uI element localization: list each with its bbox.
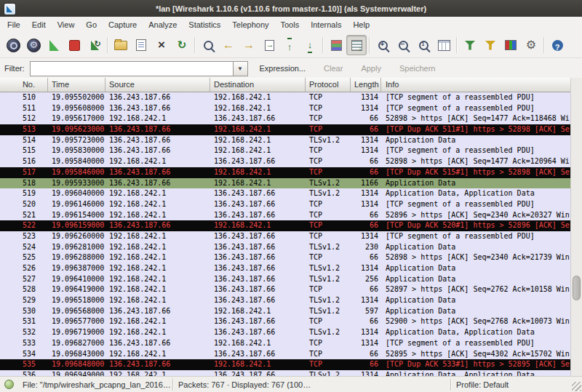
- packet-row[interactable]: 51119.095608000136.243.187.66192.168.242…: [0, 103, 571, 114]
- packet-row[interactable]: 52419.096281000192.168.242.1136.243.187.…: [0, 242, 571, 253]
- packet-row[interactable]: 52319.096260000192.168.242.1136.243.187.…: [0, 231, 571, 242]
- start-capture-button[interactable]: [44, 35, 64, 55]
- column-header-len[interactable]: Length: [351, 78, 381, 92]
- go-back-button[interactable]: [218, 35, 239, 55]
- packet-row[interactable]: 52119.096154000192.168.242.1136.243.187.…: [0, 210, 571, 221]
- packet-row[interactable]: 53219.096719000192.168.242.1136.243.187.…: [0, 327, 571, 338]
- menu-item-view[interactable]: View: [52, 17, 81, 33]
- go-forward-button[interactable]: [239, 35, 259, 55]
- cell-info: 52898 > https [ACK] Seq=2340 Ack=21739 W…: [381, 252, 571, 263]
- cell-src: 136.243.187.66: [105, 338, 210, 349]
- column-header-info[interactable]: Info: [381, 78, 571, 92]
- help-button[interactable]: [547, 35, 567, 55]
- find-packet-button[interactable]: [198, 35, 218, 55]
- menu-item-internals[interactable]: Internals: [305, 17, 347, 33]
- expert-info-icon[interactable]: [4, 380, 14, 389]
- cell-time: 19.095933000: [48, 178, 105, 189]
- close-file-button[interactable]: [151, 35, 172, 55]
- packet-row[interactable]: 51919.096040000192.168.242.1136.243.187.…: [0, 188, 571, 199]
- menu-item-tools[interactable]: Tools: [275, 17, 306, 33]
- restart-capture-button[interactable]: [84, 35, 105, 55]
- packet-row[interactable]: 53319.096827000136.243.187.66192.168.242…: [0, 338, 571, 349]
- save-file-icon: [136, 39, 146, 51]
- stop-capture-button[interactable]: [64, 35, 84, 55]
- list-interfaces-button[interactable]: [3, 35, 23, 55]
- preferences-icon: [526, 39, 536, 52]
- capture-options-button[interactable]: [23, 35, 44, 55]
- preferences-button[interactable]: [521, 35, 541, 55]
- packet-row[interactable]: 51519.095830000136.243.187.66192.168.242…: [0, 145, 571, 156]
- save-file-button[interactable]: [131, 35, 151, 55]
- column-header-proto[interactable]: Protocol: [306, 78, 351, 92]
- cell-src: 136.243.187.66: [105, 359, 210, 370]
- column-header-dst[interactable]: Destination: [210, 78, 306, 92]
- expression-button[interactable]: Expression...: [253, 62, 313, 75]
- resize-grip[interactable]: [572, 382, 581, 391]
- cell-dst: 192.168.242.1: [210, 167, 306, 178]
- menu-item-file[interactable]: File: [1, 17, 26, 33]
- cell-proto: TCP: [306, 359, 351, 370]
- toolbar: [0, 33, 582, 58]
- list-interfaces-icon: [7, 39, 20, 52]
- go-first-packet-button[interactable]: [279, 35, 300, 55]
- menu-item-edit[interactable]: Edit: [26, 17, 52, 33]
- packet-row[interactable]: 52519.096288000192.168.242.1136.243.187.…: [0, 252, 571, 263]
- packet-row[interactable]: 52019.096146000192.168.242.1136.243.187.…: [0, 199, 571, 210]
- capture-filters-button[interactable]: [460, 35, 480, 55]
- packet-row[interactable]: 51019.095502000136.243.187.66192.168.242…: [0, 92, 571, 103]
- packet-row[interactable]: 53419.096843000192.168.242.1136.243.187.…: [0, 349, 571, 360]
- go-to-packet-button[interactable]: [259, 35, 279, 55]
- apply-button[interactable]: Apply: [354, 62, 388, 75]
- column-header-src[interactable]: Source: [105, 78, 210, 92]
- cell-dst: 136.243.187.66: [210, 327, 306, 338]
- menu-item-capture[interactable]: Capture: [103, 17, 143, 33]
- cell-time: 19.096568000: [48, 306, 105, 317]
- menu-item-go[interactable]: Go: [80, 17, 103, 33]
- cell-proto: TLSv1.2: [306, 327, 351, 338]
- packet-row[interactable]: 52219.096159000136.243.187.66192.168.242…: [0, 220, 571, 231]
- packet-row[interactable]: 51219.095617000192.168.242.1136.243.187.…: [0, 113, 571, 124]
- menu-item-analyze[interactable]: Analyze: [143, 17, 183, 33]
- column-header-time[interactable]: Time: [48, 78, 105, 92]
- filter-dropdown-button[interactable]: ▼: [233, 61, 248, 76]
- packet-row[interactable]: 52619.096387000192.168.242.1136.243.187.…: [0, 263, 571, 274]
- packet-row[interactable]: 51719.095846000136.243.187.66192.168.242…: [0, 167, 571, 178]
- auto-scroll-button[interactable]: [346, 35, 367, 55]
- zoom-100-button[interactable]: [413, 35, 434, 55]
- display-filters-button[interactable]: [480, 35, 501, 55]
- menu-item-help[interactable]: Help: [347, 17, 375, 33]
- reload-file-icon: [178, 39, 187, 52]
- packet-row[interactable]: 51419.095723000136.243.187.66192.168.242…: [0, 135, 571, 146]
- cell-time: 19.095623000: [48, 124, 105, 135]
- packet-row[interactable]: 51819.095933000136.243.187.66192.168.242…: [0, 178, 571, 189]
- packet-row[interactable]: 51619.095840000192.168.242.1136.243.187.…: [0, 156, 571, 167]
- zoom-in-button[interactable]: [372, 35, 393, 55]
- packet-row[interactable]: 53019.096568000136.243.187.66192.168.242…: [0, 306, 571, 317]
- filter-input[interactable]: [30, 61, 233, 76]
- packet-row[interactable]: 51319.095623000136.243.187.66192.168.242…: [0, 124, 571, 135]
- cell-time: 19.096848000: [48, 359, 105, 370]
- open-file-button[interactable]: [111, 35, 131, 55]
- column-header-no[interactable]: No.: [0, 78, 48, 92]
- packet-row[interactable]: 52919.096518000192.168.242.1136.243.187.…: [0, 295, 571, 306]
- packet-row[interactable]: 53119.096577000192.168.242.1136.243.187.…: [0, 316, 571, 327]
- packet-row[interactable]: 52819.096419000192.168.242.1136.243.187.…: [0, 284, 571, 295]
- packet-row[interactable]: 53519.096848000136.243.187.66192.168.242…: [0, 359, 571, 370]
- resize-columns-button[interactable]: [434, 35, 454, 55]
- menu-item-statistics[interactable]: Statistics: [183, 17, 226, 33]
- clear-button[interactable]: Clear: [317, 62, 349, 75]
- zoom-out-button[interactable]: [393, 35, 413, 55]
- save-filter-button[interactable]: Speichern: [393, 62, 442, 75]
- packet-row[interactable]: 52719.096410000192.168.242.1136.243.187.…: [0, 274, 571, 285]
- colorize-list-button[interactable]: [326, 35, 346, 55]
- go-last-packet-button[interactable]: [300, 35, 320, 55]
- packet-row[interactable]: 53619.096949000192.168.242.1136.243.187.…: [0, 370, 571, 376]
- scrollbar-thumb[interactable]: [573, 276, 581, 300]
- cell-src: 136.243.187.66: [105, 178, 210, 189]
- menu-item-telephony[interactable]: Telephony: [226, 17, 274, 33]
- titlebar[interactable]: *lan [Wireshark 1.10.6 (v1.10.6 from mas…: [0, 0, 582, 17]
- vertical-scrollbar[interactable]: [570, 78, 582, 376]
- reload-file-button[interactable]: [172, 35, 192, 55]
- coloring-rules-button[interactable]: [501, 35, 521, 55]
- cell-len: 66: [351, 359, 381, 370]
